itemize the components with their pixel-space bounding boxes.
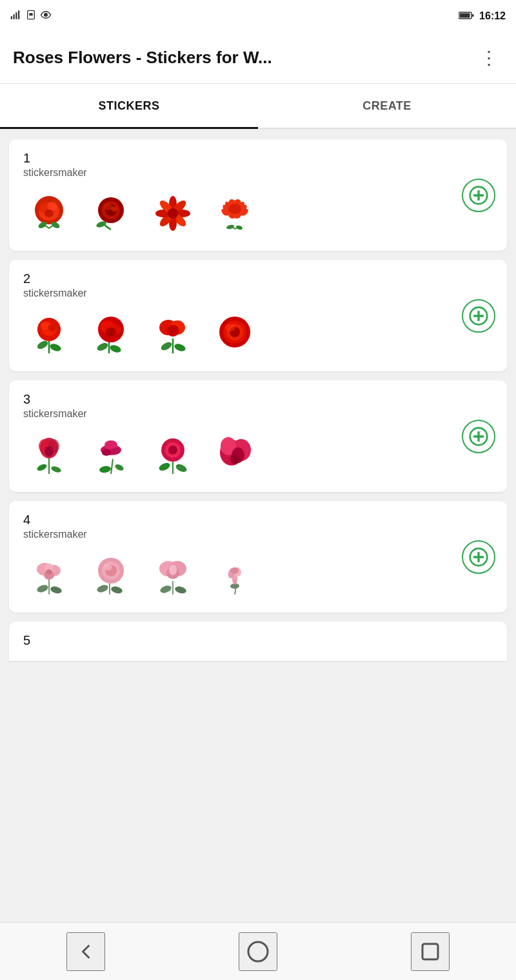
svg-point-63 — [225, 324, 235, 331]
pack-1-author: stickersmaker — [23, 167, 455, 179]
sticker-pack-list: 1 stickersmaker — [0, 129, 516, 922]
svg-point-13 — [47, 202, 57, 211]
add-pack-1-button[interactable] — [462, 179, 495, 212]
sticker-thumb — [147, 429, 199, 480]
svg-point-14 — [45, 210, 54, 217]
svg-point-53 — [160, 340, 174, 352]
svg-point-102 — [46, 569, 52, 574]
svg-point-104 — [96, 583, 109, 594]
svg-point-39 — [36, 339, 50, 351]
app-bar: Roses Flowers - Stickers for W... ⋮ — [0, 32, 516, 84]
svg-rect-2 — [15, 12, 17, 19]
sim-icon — [26, 10, 36, 23]
svg-rect-1 — [14, 14, 15, 19]
status-bar: 16:12 — [0, 0, 516, 32]
svg-point-76 — [114, 463, 124, 471]
tab-stickers[interactable]: STICKERS — [0, 84, 258, 128]
sticker-thumb — [23, 549, 75, 601]
svg-point-31 — [168, 208, 178, 219]
pack-3-author: stickersmaker — [23, 408, 455, 420]
svg-point-73 — [45, 446, 54, 456]
svg-point-78 — [104, 440, 117, 449]
svg-point-86 — [168, 446, 177, 455]
sticker-thumb — [209, 429, 261, 480]
bottom-nav — [0, 922, 516, 980]
sticker-pack-1-content: 1 stickersmaker — [23, 151, 455, 239]
svg-rect-9 — [472, 14, 474, 17]
sticker-thumb — [85, 308, 137, 360]
sticker-pack-3: 3 stickersmaker — [9, 380, 507, 492]
svg-rect-3 — [18, 10, 19, 19]
sticker-thumb — [147, 549, 199, 601]
time-display: 16:12 — [479, 10, 506, 22]
eye-icon — [40, 9, 52, 23]
app-title: Roses Flowers - Stickers for W... — [13, 48, 475, 68]
svg-point-75 — [99, 466, 111, 474]
svg-point-44 — [48, 324, 57, 331]
tab-create[interactable]: CREATE — [258, 84, 516, 128]
sticker-thumb — [23, 429, 75, 480]
pack-1-previews — [23, 188, 455, 239]
pack-2-author: stickersmaker — [23, 288, 455, 299]
svg-point-47 — [109, 344, 122, 354]
sticker-pack-2: 2 stickersmaker — [9, 260, 507, 371]
svg-point-68 — [36, 463, 48, 472]
pack-4-previews — [23, 549, 455, 601]
sticker-pack-5-partial: 5 — [9, 622, 507, 661]
status-bar-right: 16:12 — [459, 10, 506, 22]
svg-point-54 — [174, 342, 186, 353]
sticker-thumb — [85, 549, 137, 601]
sticker-pack-4: 4 stickersmaker — [9, 501, 507, 612]
sticker-thumb — [85, 429, 137, 480]
more-options-button[interactable]: ⋮ — [475, 44, 503, 71]
svg-point-83 — [175, 463, 188, 474]
sticker-thumb — [209, 188, 261, 239]
pack-4-author: stickersmaker — [23, 529, 455, 540]
home-button[interactable] — [239, 932, 277, 971]
add-pack-4-button[interactable] — [462, 540, 495, 574]
sticker-pack-1: 1 stickersmaker — [9, 139, 507, 251]
tabs-bar: STICKERS CREATE — [0, 84, 516, 129]
pack-3-previews — [23, 429, 455, 480]
svg-point-105 — [110, 585, 123, 594]
svg-point-116 — [169, 565, 177, 575]
svg-rect-5 — [29, 13, 32, 15]
svg-point-79 — [102, 449, 111, 456]
svg-point-91 — [230, 454, 239, 464]
svg-point-111 — [159, 584, 172, 594]
sticker-thumb — [209, 549, 261, 601]
sticker-thumb — [23, 308, 75, 360]
svg-point-34 — [235, 224, 243, 230]
svg-line-74 — [111, 459, 113, 474]
add-pack-3-button[interactable] — [462, 420, 495, 453]
svg-rect-8 — [460, 13, 470, 17]
sticker-thumb — [209, 308, 261, 360]
svg-point-82 — [158, 462, 172, 473]
svg-point-97 — [50, 585, 63, 594]
svg-point-69 — [50, 466, 62, 474]
sticker-pack-3-content: 3 stickersmaker — [23, 392, 455, 480]
svg-point-6 — [44, 13, 48, 17]
pack-1-number: 1 — [23, 151, 455, 166]
svg-point-32 — [228, 204, 241, 214]
status-bar-left — [10, 9, 52, 23]
back-button[interactable] — [66, 932, 105, 971]
svg-rect-0 — [11, 16, 12, 19]
pack-5-number: 5 — [23, 633, 495, 648]
sticker-pack-2-content: 2 stickersmaker — [23, 271, 455, 360]
svg-point-112 — [174, 585, 187, 594]
pack-3-number: 3 — [23, 392, 455, 407]
recents-button[interactable] — [411, 932, 450, 971]
add-pack-2-button[interactable] — [462, 299, 495, 333]
pack-2-number: 2 — [23, 271, 455, 286]
svg-point-123 — [231, 567, 239, 574]
sticker-thumb — [23, 188, 75, 239]
svg-point-58 — [169, 326, 177, 333]
signal-icon — [10, 9, 22, 23]
sticker-pack-4-content: 4 stickersmaker — [23, 513, 455, 601]
sticker-thumb — [85, 188, 137, 239]
svg-point-40 — [49, 342, 62, 353]
svg-point-33 — [226, 224, 234, 230]
svg-point-51 — [106, 328, 116, 337]
svg-point-127 — [248, 942, 268, 961]
